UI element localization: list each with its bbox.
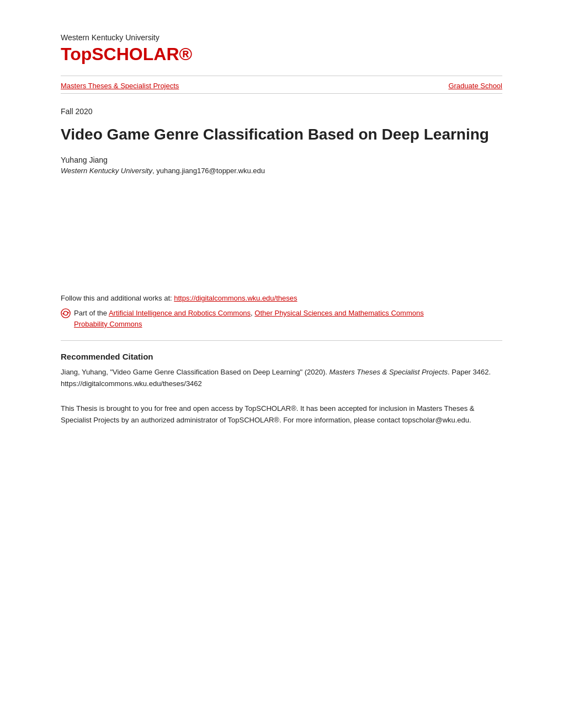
recommended-citation-heading: Recommended Citation [61,352,502,361]
masters-theses-link[interactable]: Masters Theses & Specialist Projects [61,82,179,90]
recommended-citation-section: Recommended Citation Jiang, Yuhang, "Vid… [61,352,502,390]
follow-text: Follow this and additional works at: htt… [61,294,502,302]
breadcrumb-row: Masters Theses & Specialist Projects Gra… [61,82,502,90]
page-container: Western Kentucky University TopSCHOLAR® … [17,0,546,459]
author-email: yuhang.jiang176@topper.wku.edu [156,167,265,175]
publication-date: Fall 2020 [61,107,502,116]
citation-text: Jiang, Yuhang, "Video Game Genre Classif… [61,367,502,390]
follow-section: Follow this and additional works at: htt… [61,294,502,329]
follow-label: Follow this and additional works at: [61,294,174,302]
author-affiliation: Western Kentucky University, yuhang.jian… [61,167,502,175]
citation-text-after: . Paper 3462. [448,368,491,376]
author-affiliation-institution: Western Kentucky University [61,167,152,175]
university-name: Western Kentucky University [61,33,502,42]
citation-divider [61,340,502,341]
content-spacer [61,184,502,294]
citation-url: https://digitalcommons.wku.edu/theses/34… [61,379,202,388]
top-divider [61,76,502,76]
part-of-text: Part of the Artificial Intelligence and … [74,308,424,329]
citation-text-plain: Jiang, Yuhang, "Video Game Genre Classif… [61,368,329,376]
article-title: Video Game Genre Classification Based on… [61,125,502,144]
part-of-prefix: Part of the [74,309,109,317]
topscholar-brand[interactable]: TopSCHOLAR® [61,44,502,65]
physical-sciences-commons-link[interactable]: Other Physical Sciences and Mathematics … [254,309,423,317]
breadcrumb-divider [61,93,502,94]
footer-notice: This Thesis is brought to you for free a… [61,403,502,426]
commons-icon [61,308,71,318]
graduate-school-link[interactable]: Graduate School [448,82,502,90]
citation-journal: Masters Theses & Specialist Projects [329,368,448,376]
ai-robotics-commons-link[interactable]: Artificial Intelligence and Robotics Com… [109,309,251,317]
author-name: Yuhang Jiang [61,156,502,164]
follow-url[interactable]: https://digitalcommons.wku.edu/theses [174,294,297,302]
probability-commons-link[interactable]: Probability Commons [74,320,142,328]
part-of-section: Part of the Artificial Intelligence and … [61,308,502,329]
header-section: Western Kentucky University TopSCHOLAR® [61,33,502,65]
author-section: Yuhang Jiang Western Kentucky University… [61,156,502,175]
